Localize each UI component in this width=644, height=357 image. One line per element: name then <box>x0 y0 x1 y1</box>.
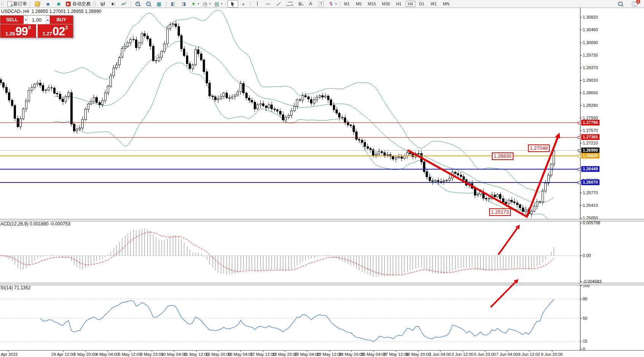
text-tool-button[interactable] <box>305 0 316 8</box>
tile-windows-icon <box>156 1 162 7</box>
arrows-icon <box>328 1 334 7</box>
period-button[interactable]: ▾ <box>201 0 213 8</box>
date-label: 7 Jun 04:00 <box>496 352 518 357</box>
buy-price-sup: 2 <box>65 25 68 30</box>
mt4-window: { "toolbar": { "new_order_label": "新订单",… <box>0 0 644 357</box>
timeframe-button-M30[interactable]: M30 <box>380 1 392 7</box>
price-axis[interactable]: 1.308201.304601.300901.297301.293701.290… <box>580 8 644 350</box>
price-level-badge: 1.27790 <box>581 120 599 125</box>
timeframe-button-H1[interactable]: H1 <box>394 1 404 7</box>
timeframe-button-MN[interactable]: MN <box>440 1 452 7</box>
date-label: 18 May 20:00 <box>272 352 298 357</box>
market-watch-button[interactable] <box>43 0 53 8</box>
channel-tool-button[interactable] <box>284 0 295 8</box>
text-label-tool-button[interactable] <box>316 0 327 8</box>
rsi-panel[interactable] <box>0 284 580 350</box>
date-axis[interactable]: Apr 202229 Apr 12:002 May 20:004 May 04:… <box>0 350 644 357</box>
vertical-line-tool-button[interactable] <box>252 0 263 8</box>
timeframe-button-D1[interactable]: D1 <box>417 1 427 7</box>
date-label: 20 May 04:00 <box>294 352 320 357</box>
bar-chart-button[interactable] <box>97 0 108 8</box>
new-order-button[interactable]: 新订单 <box>5 0 29 8</box>
price-level-badge: 1.26449 <box>581 166 599 172</box>
fibonacci-icon <box>297 1 303 7</box>
date-label: 26 May 04:00 <box>361 352 386 357</box>
timeframe-button-M1[interactable]: M1 <box>342 1 352 7</box>
metaeditor-button[interactable] <box>32 0 43 8</box>
one-click-trade-panel[interactable]: SELL ▼ ▲ BUY 1.26990 1.27022 <box>0 15 73 38</box>
timeframe-bar: M1M5M15M30H1H4D1W1MN <box>342 1 452 7</box>
badge-connector <box>578 136 580 139</box>
toolbar-separator <box>130 2 131 6</box>
timeframe-button-W1[interactable]: W1 <box>428 1 439 7</box>
zoom-in-button[interactable]: + <box>132 0 143 8</box>
date-label: 8 May 23:00 <box>140 352 164 357</box>
chevron-down-icon: ▾ <box>221 2 223 5</box>
date-label: 8 Jun 12:00 <box>518 352 540 357</box>
main-chart-panel[interactable] <box>0 8 580 220</box>
buy-price-button[interactable]: 1.27022 <box>38 24 73 38</box>
horizontal-line-icon <box>266 4 270 4</box>
sell-price-button[interactable]: 1.26990 <box>0 24 36 38</box>
candlestick-chart-button[interactable] <box>108 0 118 8</box>
sell-price-small: 1.26 <box>5 31 15 36</box>
autotrade-button[interactable]: 自动交易 <box>64 0 92 8</box>
profile-next-button[interactable] <box>178 0 189 8</box>
sell-price-big: 99 <box>16 25 28 38</box>
macd-axis-tick: 0.00 <box>583 253 591 258</box>
channel-icon <box>286 2 293 6</box>
profile-previous-button[interactable] <box>168 0 178 8</box>
zoom-out-button[interactable]: − <box>143 0 154 8</box>
price-annotation-label[interactable]: 1.26830 <box>492 152 514 160</box>
volume-decrease-button[interactable]: ▼ <box>24 16 28 24</box>
volume-increase-button[interactable]: ▲ <box>46 16 50 24</box>
date-label: 24 May 20:00 <box>339 352 364 357</box>
crosshair-tool-button[interactable] <box>238 0 249 8</box>
trendline-tool-button[interactable] <box>274 0 284 8</box>
price-annotation-label[interactable]: 1.27048 <box>528 144 550 152</box>
template-button[interactable]: ▾ <box>212 0 224 8</box>
price-level-badge: 1.26990 <box>581 148 599 153</box>
timeframe-button-M5[interactable]: M5 <box>353 1 364 7</box>
price-annotation-label[interactable]: 1.25173 <box>489 208 511 216</box>
fibonacci-tool-button[interactable] <box>295 0 305 8</box>
volume-input[interactable] <box>28 16 46 24</box>
toolbar-grip[interactable] <box>2 2 3 6</box>
date-label: 9 Jun 20:00 <box>541 352 563 357</box>
search-icon <box>618 2 623 6</box>
line-chart-button[interactable] <box>118 0 129 8</box>
chevron-down-icon: ▾ <box>336 2 337 5</box>
date-label: 2 May 20:00 <box>74 352 97 357</box>
timeframe-button-M15[interactable]: M15 <box>366 1 378 7</box>
add-indicator-icon <box>191 1 196 7</box>
price-tick: 1.27570 <box>583 128 598 133</box>
tile-windows-button[interactable] <box>154 0 164 8</box>
clock-icon <box>202 1 208 7</box>
badge-connector <box>578 149 580 152</box>
buy-label: BUY <box>57 17 66 22</box>
horizontal-line-tool-button[interactable] <box>263 0 274 8</box>
date-label: 29 Apr 12:00 <box>51 352 75 357</box>
date-label: 5 Jun 23:00 <box>474 352 496 357</box>
timeframe-button-H4[interactable]: H4 <box>405 1 415 7</box>
signals-button[interactable] <box>53 0 64 8</box>
buy-price-small: 1.27 <box>43 31 52 36</box>
macd-panel[interactable] <box>0 221 580 283</box>
zoom-in-icon: + <box>135 2 140 6</box>
new-order-icon <box>7 1 12 6</box>
panel-splitter[interactable] <box>0 219 644 221</box>
toolbar-grip[interactable] <box>94 2 95 6</box>
cursor-tool-button[interactable] <box>227 0 238 8</box>
rsi-axis-tick: 50 <box>583 316 587 321</box>
search-button[interactable] <box>615 0 626 8</box>
panel-splitter[interactable] <box>0 283 644 285</box>
add-indicator-button[interactable]: ▾ <box>189 0 201 8</box>
profile-next-icon <box>181 1 187 7</box>
arrows-tool-button[interactable]: ▾ <box>327 0 339 8</box>
buy-button[interactable]: BUY <box>50 16 73 24</box>
notifications-button[interactable]: 1 <box>630 0 640 8</box>
price-tick: 1.30820 <box>583 15 598 19</box>
sell-button[interactable]: SELL <box>0 16 24 24</box>
buy-price-big: 02 <box>52 25 65 38</box>
vertical-line-icon <box>257 2 258 6</box>
